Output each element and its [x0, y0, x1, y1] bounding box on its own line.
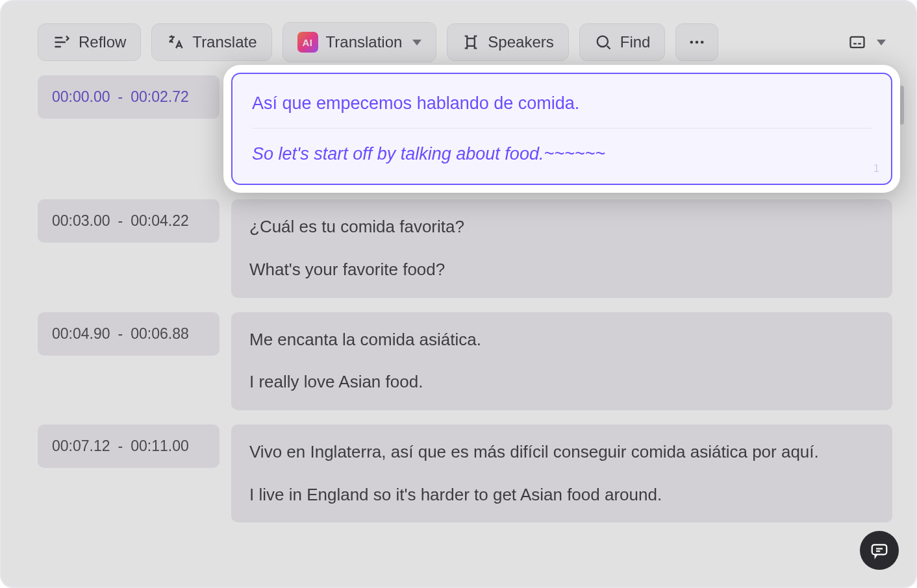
- reflow-label: Reflow: [79, 33, 126, 51]
- dash: -: [116, 325, 126, 343]
- svg-rect-6: [872, 545, 887, 554]
- subtitle-bubble[interactable]: Me encanta la comida asiática. I really …: [231, 312, 892, 410]
- subtitle-row: 00:03.00 - 00:04.22 ¿Cuál es tu comida f…: [38, 199, 892, 297]
- start-time: 00:07.12: [52, 437, 110, 455]
- timestamp-badge[interactable]: 00:00.00 - 00:02.72: [38, 75, 220, 119]
- svg-rect-0: [468, 38, 475, 46]
- dash: -: [116, 437, 126, 455]
- translate-icon: [166, 33, 184, 51]
- start-time: 00:04.90: [52, 325, 110, 343]
- subtitle-row: 00:04.90 - 00:06.88 Me encanta la comida…: [38, 312, 892, 410]
- end-time: 00:06.88: [131, 325, 189, 343]
- line-counter: 1: [873, 163, 879, 175]
- timestamp-badge[interactable]: 00:03.00 - 00:04.22: [38, 199, 220, 243]
- start-time: 00:00.00: [52, 88, 110, 106]
- speakers-button[interactable]: Speakers: [447, 23, 568, 61]
- end-time: 00:02.72: [131, 88, 189, 106]
- translate-button[interactable]: Translate: [151, 23, 271, 61]
- target-text[interactable]: I really love Asian food.: [249, 370, 874, 395]
- chat-assistant-fab[interactable]: [860, 531, 899, 570]
- svg-point-1: [597, 36, 607, 47]
- find-button[interactable]: Find: [579, 23, 666, 61]
- svg-rect-5: [851, 37, 864, 47]
- view-mode-dropdown[interactable]: [842, 28, 892, 56]
- timestamp-badge[interactable]: 00:04.90 - 00:06.88: [38, 312, 220, 356]
- source-text[interactable]: ¿Cuál es tu comida favorita?: [249, 215, 874, 239]
- subtitle-list: 00:00.00 - 00:02.72 Así que empecemos ha…: [1, 75, 916, 550]
- dash: -: [116, 212, 126, 230]
- dash: -: [116, 88, 126, 106]
- start-time: 00:03.00: [52, 212, 110, 230]
- chat-icon: [870, 541, 889, 560]
- caption-view-icon: [848, 33, 866, 51]
- subtitle-row: 00:00.00 - 00:02.72 Así que empecemos ha…: [38, 75, 892, 185]
- timestamp-badge[interactable]: 00:07.12 - 00:11.00: [38, 424, 220, 468]
- chevron-down-icon: [412, 40, 421, 45]
- svg-point-2: [690, 41, 694, 44]
- source-text[interactable]: Vivo en Inglaterra, así que es más difíc…: [249, 440, 874, 465]
- target-text[interactable]: So let's start off by talking about food…: [252, 141, 872, 167]
- end-time: 00:04.22: [131, 212, 189, 230]
- subtitle-bubble-selected[interactable]: Así que empecemos hablando de comida. So…: [231, 73, 892, 185]
- reflow-button[interactable]: Reflow: [38, 23, 141, 61]
- svg-point-3: [696, 41, 699, 44]
- svg-point-4: [701, 41, 704, 44]
- find-label: Find: [620, 33, 651, 51]
- speakers-label: Speakers: [488, 33, 553, 51]
- subtitle-bubble[interactable]: ¿Cuál es tu comida favorita? What's your…: [231, 199, 892, 297]
- translate-label: Translate: [192, 33, 257, 51]
- editor-panel: Reflow Translate AI Translation Speakers…: [0, 0, 917, 588]
- target-text[interactable]: I live in England so it's harder to get …: [249, 483, 874, 508]
- end-time: 00:11.00: [131, 437, 189, 455]
- translation-label: Translation: [326, 33, 403, 51]
- source-text[interactable]: Me encanta la comida asiática.: [249, 328, 874, 352]
- translation-dropdown[interactable]: AI Translation: [283, 22, 437, 62]
- chevron-down-icon: [877, 40, 886, 45]
- target-text[interactable]: What's your favorite food?: [249, 258, 874, 282]
- more-button[interactable]: [675, 23, 718, 61]
- ai-badge-icon: AI: [297, 32, 318, 53]
- source-text[interactable]: Así que empecemos hablando de comida.: [252, 91, 872, 116]
- speakers-icon: [462, 33, 480, 51]
- search-icon: [594, 33, 612, 51]
- more-horizontal-icon: [688, 33, 706, 51]
- subtitle-row: 00:07.12 - 00:11.00 Vivo en Inglaterra, …: [38, 424, 892, 522]
- subtitle-bubble[interactable]: Vivo en Inglaterra, así que es más difíc…: [231, 424, 892, 522]
- reflow-icon: [53, 33, 71, 51]
- divider: [252, 128, 872, 129]
- toolbar: Reflow Translate AI Translation Speakers…: [1, 1, 916, 75]
